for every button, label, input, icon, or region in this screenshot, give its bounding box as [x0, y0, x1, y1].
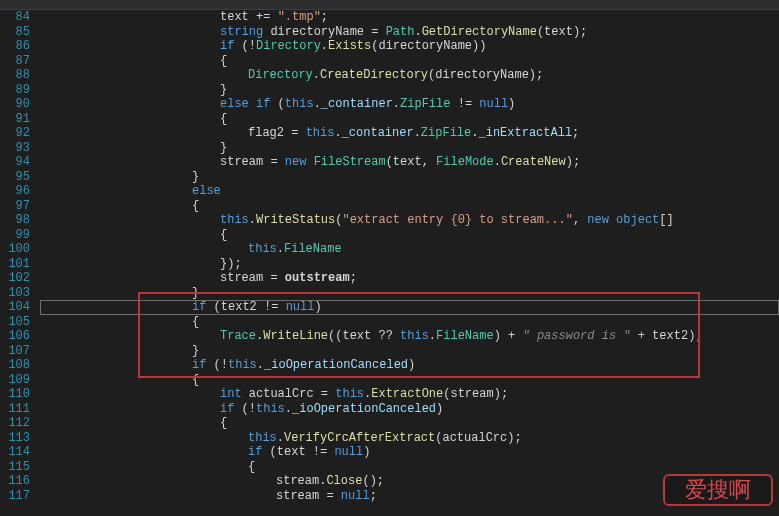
code-line[interactable]: else if (this._container.ZipFile != null…: [40, 97, 779, 112]
line-number: 89: [0, 83, 30, 98]
line-number: 98: [0, 213, 30, 228]
line-number: 92: [0, 126, 30, 141]
line-number: 108: [0, 358, 30, 373]
line-number: 105: [0, 315, 30, 330]
line-number: 97: [0, 199, 30, 214]
line-number: 111: [0, 402, 30, 417]
line-number: 116: [0, 474, 30, 489]
code-line[interactable]: }: [40, 344, 779, 359]
code-editor[interactable]: 8485868788899091929394959697989910010110…: [0, 10, 779, 503]
line-number: 86: [0, 39, 30, 54]
title-bar: [0, 0, 779, 10]
line-number: 94: [0, 155, 30, 170]
code-line[interactable]: {: [40, 373, 779, 388]
code-line[interactable]: if (!Directory.Exists(directoryName)): [40, 39, 779, 54]
code-line[interactable]: this.FileName: [40, 242, 779, 257]
code-line[interactable]: }: [40, 286, 779, 301]
line-number: 114: [0, 445, 30, 460]
code-line[interactable]: {: [40, 112, 779, 127]
code-line[interactable]: {: [40, 315, 779, 330]
line-number: 99: [0, 228, 30, 243]
code-line[interactable]: }: [40, 141, 779, 156]
code-line[interactable]: Directory.CreateDirectory(directoryName)…: [40, 68, 779, 83]
line-number-gutter: 8485868788899091929394959697989910010110…: [0, 10, 40, 503]
line-number: 115: [0, 460, 30, 475]
line-number: 117: [0, 489, 30, 504]
line-number: 87: [0, 54, 30, 69]
line-number: 107: [0, 344, 30, 359]
line-number: 96: [0, 184, 30, 199]
watermark-badge: 爱搜啊: [663, 474, 773, 506]
code-line[interactable]: stream = new FileStream(text, FileMode.C…: [40, 155, 779, 170]
line-number: 93: [0, 141, 30, 156]
code-line[interactable]: if (text2 != null): [40, 300, 779, 315]
code-line[interactable]: string directoryName = Path.GetDirectory…: [40, 25, 779, 40]
line-number: 106: [0, 329, 30, 344]
line-number: 84: [0, 10, 30, 25]
code-line[interactable]: int actualCrc = this.ExtractOne(stream);: [40, 387, 779, 402]
line-number: 109: [0, 373, 30, 388]
code-area[interactable]: text += ".tmp";string directoryName = Pa…: [40, 10, 779, 503]
code-line[interactable]: Trace.WriteLine((text ?? this.FileName) …: [40, 329, 779, 344]
line-number: 90: [0, 97, 30, 112]
code-line[interactable]: {: [40, 199, 779, 214]
line-number: 100: [0, 242, 30, 257]
code-line[interactable]: {: [40, 228, 779, 243]
code-line[interactable]: else: [40, 184, 779, 199]
code-line[interactable]: }: [40, 170, 779, 185]
code-line[interactable]: this.VerifyCrcAfterExtract(actualCrc);: [40, 431, 779, 446]
code-line[interactable]: if (!this._ioOperationCanceled): [40, 402, 779, 417]
line-number: 102: [0, 271, 30, 286]
code-line[interactable]: });: [40, 257, 779, 272]
code-line[interactable]: if (!this._ioOperationCanceled): [40, 358, 779, 373]
code-line[interactable]: this.WriteStatus("extract entry {0} to s…: [40, 213, 779, 228]
line-number: 103: [0, 286, 30, 301]
code-line[interactable]: {: [40, 416, 779, 431]
line-number: 85: [0, 25, 30, 40]
watermark-text: 爱搜啊: [685, 483, 751, 498]
line-number: 112: [0, 416, 30, 431]
line-number: 95: [0, 170, 30, 185]
line-number: 113: [0, 431, 30, 446]
code-line[interactable]: text += ".tmp";: [40, 10, 779, 25]
code-line[interactable]: stream = outstream;: [40, 271, 779, 286]
line-number: 88: [0, 68, 30, 83]
line-number: 104: [0, 300, 30, 315]
code-line[interactable]: {: [40, 460, 779, 475]
line-number: 101: [0, 257, 30, 272]
code-line[interactable]: }: [40, 83, 779, 98]
code-line[interactable]: flag2 = this._container.ZipFile._inExtra…: [40, 126, 779, 141]
line-number: 91: [0, 112, 30, 127]
code-line[interactable]: {: [40, 54, 779, 69]
code-line[interactable]: if (text != null): [40, 445, 779, 460]
line-number: 110: [0, 387, 30, 402]
